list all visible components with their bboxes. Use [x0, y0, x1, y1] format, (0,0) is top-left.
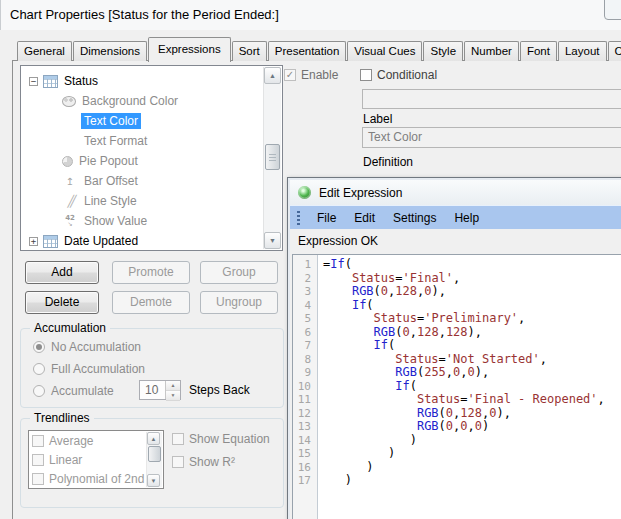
tree-item-bar-offset[interactable]: Bar Offset [21, 171, 282, 191]
steps-back-value[interactable]: 10 [140, 381, 165, 399]
radio-button-icon[interactable] [33, 363, 45, 375]
promote-button[interactable]: Promote [112, 261, 190, 284]
conditional-checkbox[interactable] [360, 69, 372, 81]
trendline-item-linear[interactable]: Linear [29, 450, 163, 469]
spinner-up-icon[interactable]: ▲ [166, 381, 180, 391]
tree-scrollbar[interactable]: ▲ ▼ [263, 67, 281, 249]
menu-edit[interactable]: Edit [345, 211, 384, 225]
delete-button[interactable]: Delete [25, 291, 99, 314]
scroll-up-icon[interactable]: ▲ [147, 432, 160, 445]
trendlines-scrollbar[interactable]: ▲ ▼ [146, 432, 162, 487]
code-line: 4 If( [293, 299, 621, 313]
edit-expression-titlebar[interactable]: Edit Expression [290, 180, 621, 205]
expression-editor[interactable]: 1=If(2 Status='Final',3 RGB(0,128,0),4 I… [292, 254, 621, 519]
scroll-down-icon[interactable]: ▼ [264, 232, 281, 249]
tab-expressions[interactable]: Expressions [148, 37, 231, 62]
trendlines-groupbox: Trendlines AverageLinearPolynomial of 2n… [20, 418, 284, 508]
code-line: 16 ) [293, 461, 621, 475]
tree-item-background-color[interactable]: Background Color [21, 91, 282, 111]
line-number: 4 [293, 299, 317, 313]
steps-back-spinner[interactable]: 10 ▲▼ [139, 380, 181, 400]
code-text: Status='Not Started', [317, 353, 547, 367]
tab-number[interactable]: Number [464, 41, 519, 61]
trendlines-listbox[interactable]: AverageLinearPolynomial of 2nd dPolynomi… [28, 430, 164, 489]
tab-visual-cues[interactable]: Visual Cues [347, 41, 422, 61]
menu-grip-icon[interactable] [297, 211, 300, 225]
tree-item-date-updated[interactable]: +Date Updated [21, 231, 282, 251]
radio-accumulate[interactable]: Accumulate [33, 384, 114, 398]
tab-font[interactable]: Font [520, 41, 557, 61]
tab-caption[interactable]: Caption [608, 41, 621, 61]
trendline-checkbox[interactable] [32, 454, 44, 466]
show-r2-checkbox[interactable] [172, 456, 184, 468]
radio-button-icon[interactable] [33, 385, 45, 397]
ungroup-button[interactable]: Ungroup [200, 291, 278, 314]
trendline-item-polynomial-of-2nd-d[interactable]: Polynomial of 2nd d [29, 469, 163, 488]
radio-button-icon[interactable] [33, 341, 45, 353]
conditional-checkbox-row[interactable]: Conditional [360, 68, 437, 82]
radio-no-accumulation[interactable]: No Accumulation [33, 340, 141, 354]
code-text: ) [317, 447, 395, 461]
line-number: 12 [293, 407, 317, 421]
code-text: RGB(0,128,128), [317, 326, 482, 340]
tree-item-label: Background Color [79, 93, 181, 109]
scroll-down-icon[interactable]: ▼ [147, 474, 160, 487]
tab-dimensions[interactable]: Dimensions [73, 41, 147, 61]
add-button[interactable]: Add [25, 261, 99, 284]
tab-layout[interactable]: Layout [558, 41, 607, 61]
radio-full-accumulation[interactable]: Full Accumulation [33, 362, 145, 376]
code-line: 6 RGB(0,128,128), [293, 326, 621, 340]
tab-style[interactable]: Style [423, 41, 463, 61]
code-line: 12 RGB(0,128,0), [293, 407, 621, 421]
trendlines-scrollbar-thumb[interactable] [148, 446, 161, 462]
tree-item-text-color[interactable]: Text Color [21, 111, 282, 131]
spinner-down-icon[interactable]: ▼ [166, 391, 180, 401]
dialog-close-button[interactable] [604, 0, 621, 20]
trendlines-legend: Trendlines [30, 411, 94, 425]
show-equation-checkbox[interactable] [172, 433, 184, 445]
label-field[interactable]: Text Color [362, 127, 621, 148]
accumulation-legend: Accumulation [30, 321, 110, 335]
code-text: If( [317, 380, 417, 394]
scroll-up-icon[interactable]: ▲ [264, 67, 281, 84]
group-button[interactable]: Group [200, 261, 278, 284]
menu-settings[interactable]: Settings [384, 211, 445, 225]
line-number: 13 [293, 420, 317, 434]
trendline-item-average[interactable]: Average [29, 431, 163, 450]
tree-item-status[interactable]: −Status [21, 71, 282, 91]
dialog-title: Chart Properties [Status for the Period … [10, 7, 279, 22]
minus-expander-icon[interactable]: − [29, 77, 38, 86]
tree-item-label: Pie Popout [76, 153, 141, 169]
trendline-checkbox[interactable] [32, 435, 44, 447]
menu-file[interactable]: File [308, 211, 345, 225]
show-r2-label: Show R² [189, 455, 235, 469]
tab-sort[interactable]: Sort [232, 41, 267, 61]
show-equation-checkbox-row[interactable]: Show Equation [172, 432, 270, 446]
show-r2-checkbox-row[interactable]: Show R² [172, 455, 235, 469]
conditional-expression-field[interactable] [362, 89, 621, 109]
tree-item-label: Text Format [81, 133, 150, 149]
radio-label: No Accumulation [51, 340, 141, 354]
enable-label: Enable [301, 68, 338, 82]
enable-checkbox[interactable]: ✓ [284, 69, 296, 81]
tree-item-label: Status [61, 73, 101, 89]
line-number: 1 [293, 258, 317, 272]
menu-help[interactable]: Help [445, 211, 488, 225]
trendline-item-polynomial-of-3rd-d[interactable]: Polynomial of 3rd d [29, 488, 163, 489]
expression-tree[interactable]: −StatusBackground ColorText ColorText Fo… [20, 65, 283, 251]
tab-presentation[interactable]: Presentation [268, 41, 347, 61]
enable-checkbox-row[interactable]: ✓ Enable [284, 68, 338, 82]
tree-item-pie-popout[interactable]: Pie Popout [21, 151, 282, 171]
line-number: 5 [293, 312, 317, 326]
plus-expander-icon[interactable]: + [29, 237, 38, 246]
code-text: RGB(0,128,0), [317, 285, 446, 299]
tab-general[interactable]: General [17, 41, 72, 61]
trendline-checkbox[interactable] [32, 473, 44, 485]
conditional-label: Conditional [377, 68, 437, 82]
expression-status: Expression OK [290, 231, 378, 252]
tree-item-text-format[interactable]: Text Format [21, 131, 282, 151]
demote-button[interactable]: Demote [112, 291, 190, 314]
tree-item-show-value[interactable]: Show Value [21, 211, 282, 231]
tree-item-line-style[interactable]: Line Style [21, 191, 282, 211]
tree-scrollbar-thumb[interactable] [265, 144, 280, 170]
